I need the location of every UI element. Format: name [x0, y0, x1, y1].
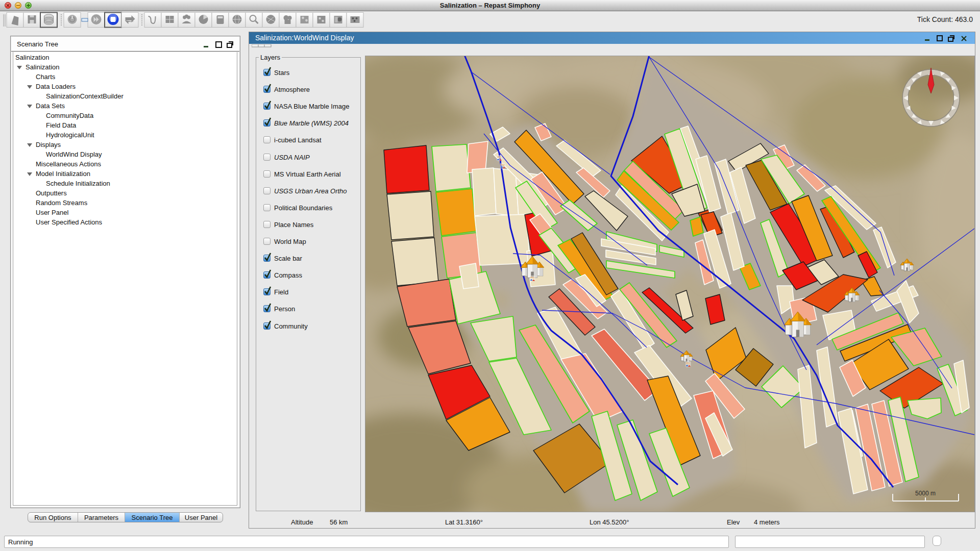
svg-text:5000 m: 5000 m — [915, 490, 936, 497]
